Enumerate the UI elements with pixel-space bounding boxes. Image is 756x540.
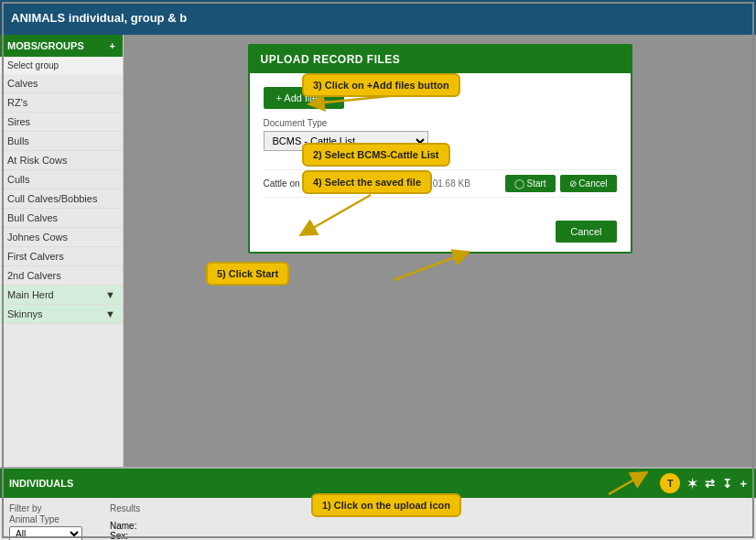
sidebar-item-sires[interactable]: Sires: [0, 113, 123, 132]
sidebar-plus-icon[interactable]: +: [110, 40, 115, 51]
animal-type-select[interactable]: All: [9, 526, 82, 540]
start-button[interactable]: ◯ Start: [505, 175, 556, 192]
doc-type-label: Document Type: [264, 118, 617, 128]
modal-overlay: UPLOAD RECORD FILES + Add files... Docum…: [124, 35, 756, 467]
add-icon[interactable]: +: [740, 477, 747, 491]
sidebar-header-label: MOBS/GROUPS: [7, 40, 84, 51]
result-sex: Sex:: [110, 531, 140, 540]
sort-icon[interactable]: ⇄: [705, 477, 715, 491]
top-bar-title: ANIMALS individual, group & b: [11, 11, 187, 25]
callout-step1: 1) Click on the upload icon: [311, 493, 461, 517]
sidebar: MOBS/GROUPS + Select group Calves RZ's S…: [0, 35, 124, 467]
sidebar-header: MOBS/GROUPS +: [0, 35, 123, 57]
callout-step3: 3) Click on +Add files button: [302, 73, 460, 97]
sidebar-item-main-herd[interactable]: Main Herd▼: [0, 286, 123, 305]
download-icon[interactable]: ↧: [722, 477, 732, 491]
results-label: Results: [110, 503, 140, 513]
sidebar-item-johnes-cows[interactable]: Johnes Cows: [0, 228, 123, 247]
top-bar: ANIMALS individual, group & b: [0, 0, 756, 35]
result-name: Name:: [110, 521, 140, 531]
animal-type-label: Animal Type: [9, 514, 59, 524]
filter-by-label: Filter by: [9, 503, 42, 513]
expand-icon[interactable]: ✶: [687, 477, 697, 491]
sidebar-item-first-calvers[interactable]: First Calvers: [0, 247, 123, 266]
bottom-panel-header-right: T ✶ ⇄ ↧ +: [660, 473, 747, 493]
sidebar-item-2nd-calvers[interactable]: 2nd Calvers: [0, 266, 123, 286]
sidebar-item-bulls[interactable]: Bulls: [0, 132, 123, 151]
modal-header: UPLOAD RECORD FILES: [250, 46, 631, 73]
cancel-modal-button[interactable]: Cancel: [556, 221, 616, 243]
file-size: 101.68 KB: [427, 178, 470, 189]
sidebar-item-rzs[interactable]: RZ's: [0, 93, 123, 113]
sidebar-item-at-risk-cows[interactable]: At Risk Cows: [0, 151, 123, 170]
sidebar-item-calves[interactable]: Calves: [0, 74, 123, 93]
upload-icon[interactable]: T: [660, 473, 680, 493]
main-layout: MOBS/GROUPS + Select group Calves RZ's S…: [0, 35, 756, 467]
file-actions: ◯ Start ⊘ Cancel: [505, 175, 617, 192]
filter-by-section: Filter by Animal Type All: [9, 502, 82, 540]
callout-step4: 4) Select the saved file: [302, 170, 432, 194]
callout-step5: 5) Click Start: [206, 262, 289, 286]
sidebar-subheader: Select group: [0, 57, 123, 74]
content-area: UPLOAD RECORD FILES + Add files... Docum…: [124, 35, 756, 467]
sidebar-item-skinnys[interactable]: Skinnys▼: [0, 305, 123, 324]
modal-footer: Cancel: [250, 211, 631, 252]
results-section: Results Name: Sex:: [110, 502, 140, 540]
individuals-label: INDIVIDUALS: [9, 478, 73, 489]
callout-step2: 2) Select BCMS-Cattle List: [302, 143, 450, 167]
sidebar-item-bull-calves[interactable]: Bull Calves: [0, 209, 123, 228]
sidebar-item-cull-calves[interactable]: Cull Calves/Bobbies: [0, 189, 123, 209]
cancel-file-button[interactable]: ⊘ Cancel: [560, 175, 617, 192]
sidebar-item-culls[interactable]: Culls: [0, 170, 123, 189]
